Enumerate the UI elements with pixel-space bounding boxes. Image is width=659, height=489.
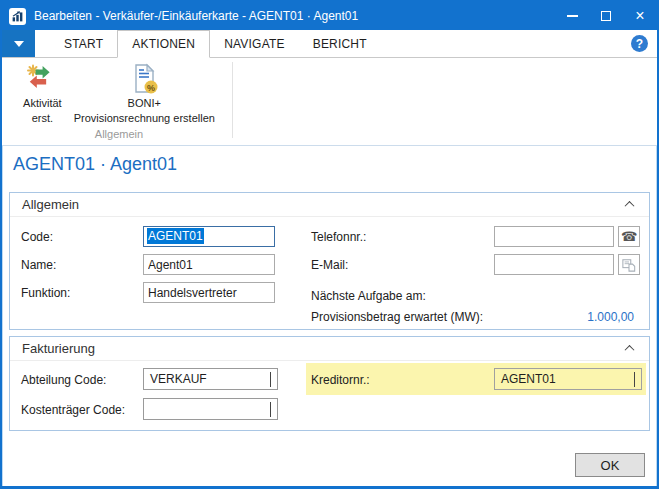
funktion-label: Funktion:	[21, 286, 70, 300]
tab-start[interactable]: START	[50, 30, 117, 57]
question-mark-icon: ?	[636, 37, 643, 51]
application-menu-button[interactable]	[2, 30, 35, 57]
abteilung-code-value: VERKAUF	[150, 372, 207, 386]
telefonnr-label: Telefonnr.:	[311, 230, 366, 244]
titlebar: Bearbeiten - Verkäufer-/Einkäuferkarte -…	[2, 2, 657, 30]
collapse-fakturierung-button[interactable]	[621, 341, 637, 357]
ok-button[interactable]: OK	[575, 453, 645, 477]
minimize-button[interactable]	[555, 2, 589, 30]
provisionsbetrag-value[interactable]: 1.000,00	[494, 310, 634, 324]
section-fakturierung-header: Fakturierung	[10, 337, 649, 361]
tab-navigate[interactable]: NAVIGATE	[210, 30, 299, 57]
name-label: Name:	[21, 258, 56, 272]
code-label: Code:	[21, 230, 53, 244]
chevron-down-icon	[634, 372, 635, 386]
create-activity-arrows-icon	[25, 62, 59, 96]
section-allgemein-header: Allgemein	[10, 193, 649, 217]
kreditornr-value: AGENT01	[501, 372, 556, 386]
section-allgemein-title: Allgemein	[22, 197, 79, 212]
send-email-button[interactable]	[618, 254, 640, 275]
provisionsbetrag-label: Provisionsbetrag erwartet (MW):	[311, 310, 483, 324]
ribbon-group-label: Allgemein	[10, 128, 228, 140]
svg-text:%: %	[147, 83, 155, 93]
window-title: Bearbeiten - Verkäufer-/Einkäuferkarte -…	[34, 9, 358, 23]
naechste-aufgabe-label: Nächste Aufgabe am:	[311, 289, 426, 303]
tab-bericht[interactable]: BERICHT	[299, 30, 381, 57]
kreditornr-label: Kreditornr.:	[311, 373, 370, 387]
section-fakturierung: Fakturierung Abteilung Code: VERKAUF Kre…	[9, 336, 650, 431]
kreditornr-select[interactable]: AGENT01	[494, 368, 642, 390]
close-icon: ×	[635, 8, 644, 24]
chevron-up-icon	[624, 201, 634, 211]
tab-aktionen[interactable]: AKTIONEN	[117, 30, 210, 58]
kostentraeger-code-select[interactable]	[143, 398, 278, 420]
section-allgemein: Allgemein Code: AGENT01 Name: Funktion: …	[9, 192, 650, 330]
name-field[interactable]	[143, 254, 275, 275]
page-title: AGENT01 · Agent01	[13, 154, 177, 175]
chevron-down-icon	[14, 41, 24, 47]
ribbon-separator	[232, 62, 233, 138]
mail-document-icon	[622, 258, 636, 272]
ribbon: Aktivität erst.	[2, 58, 657, 146]
make-phone-call-button[interactable]: ☎	[618, 226, 640, 247]
email-field[interactable]	[494, 254, 614, 275]
abteilung-code-label: Abteilung Code:	[21, 373, 106, 387]
code-field[interactable]: AGENT01	[143, 226, 275, 247]
close-button[interactable]: ×	[623, 2, 657, 30]
create-activity-label-line1: Aktivität	[23, 97, 62, 111]
telefonnr-field[interactable]	[494, 226, 614, 247]
create-activity-button[interactable]: Aktivität erst.	[19, 60, 66, 128]
maximize-icon	[601, 11, 611, 21]
commission-invoice-document-icon: %	[127, 62, 161, 96]
funktion-field[interactable]	[143, 282, 275, 303]
app-window: Bearbeiten - Verkäufer-/Einkäuferkarte -…	[0, 0, 659, 489]
card-content: AGENT01 · Agent01 Allgemein Code: AGENT0…	[2, 146, 657, 486]
maximize-button[interactable]	[589, 2, 623, 30]
ribbon-tab-row: START AKTIONEN NAVIGATE BERICHT ?	[2, 30, 657, 58]
minimize-icon	[567, 15, 578, 17]
phone-icon: ☎	[621, 229, 637, 244]
section-fakturierung-title: Fakturierung	[22, 341, 95, 356]
kostentraeger-code-label: Kostenträger Code:	[21, 403, 125, 417]
collapse-allgemein-button[interactable]	[621, 197, 637, 213]
help-button[interactable]: ?	[631, 35, 648, 52]
code-selected-text: AGENT01	[147, 228, 204, 244]
app-chart-icon	[9, 8, 26, 25]
abteilung-code-select[interactable]: VERKAUF	[143, 368, 278, 390]
boni-provisionsrechnung-button[interactable]: % BONI+ Provisionsrechnung erstellen	[70, 60, 219, 128]
ribbon-group-allgemein: Aktivität erst.	[10, 60, 228, 142]
boni-label-line2: Provisionsrechnung erstellen	[74, 112, 215, 126]
chevron-down-icon	[270, 372, 271, 386]
create-activity-label-line2: erst.	[32, 112, 53, 126]
chevron-up-icon	[624, 345, 634, 355]
email-label: E-Mail:	[311, 258, 348, 272]
ok-button-label: OK	[601, 458, 620, 473]
chevron-down-icon	[270, 402, 271, 416]
boni-label-line1: BONI+	[128, 97, 161, 111]
